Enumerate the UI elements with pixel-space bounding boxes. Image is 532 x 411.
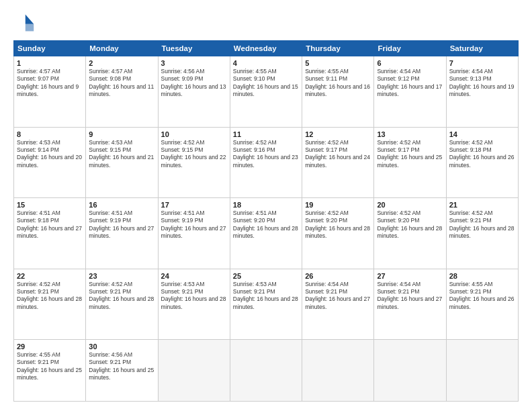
day-info: Sunrise: 4:55 AMSunset: 9:10 PMDaylight:… <box>233 68 299 99</box>
calendar-cell: 13Sunrise: 4:52 AMSunset: 9:17 PMDayligh… <box>374 127 446 198</box>
calendar-cell: 5Sunrise: 4:55 AMSunset: 9:11 PMDaylight… <box>302 56 374 128</box>
calendar-cell: 20Sunrise: 4:52 AMSunset: 9:20 PMDayligh… <box>374 198 446 269</box>
day-number: 16 <box>89 201 154 209</box>
day-number: 4 <box>233 59 299 67</box>
weekday-header-row: SundayMondayTuesdayWednesdayThursdayFrid… <box>14 41 519 56</box>
calendar-cell: 18Sunrise: 4:51 AMSunset: 9:20 PMDayligh… <box>230 198 302 269</box>
day-number: 19 <box>305 201 371 209</box>
calendar-cell: 9Sunrise: 4:53 AMSunset: 9:15 PMDaylight… <box>86 127 158 198</box>
calendar-cell: 2Sunrise: 4:57 AMSunset: 9:08 PMDaylight… <box>86 56 158 128</box>
weekday-thursday: Thursday <box>302 41 374 56</box>
calendar-cell: 29Sunrise: 4:55 AMSunset: 9:21 PMDayligh… <box>14 340 86 402</box>
day-number: 5 <box>305 59 371 67</box>
calendar-cell <box>302 340 374 402</box>
day-info: Sunrise: 4:55 AMSunset: 9:11 PMDaylight:… <box>305 68 371 99</box>
logo-icon <box>13 12 35 34</box>
header <box>13 12 519 34</box>
weekday-tuesday: Tuesday <box>158 41 230 56</box>
day-info: Sunrise: 4:52 AMSunset: 9:21 PMDaylight:… <box>89 281 154 312</box>
day-number: 2 <box>89 59 154 67</box>
day-number: 10 <box>161 130 227 138</box>
day-info: Sunrise: 4:53 AMSunset: 9:21 PMDaylight:… <box>233 281 299 312</box>
calendar-cell: 16Sunrise: 4:51 AMSunset: 9:19 PMDayligh… <box>86 198 158 269</box>
day-number: 17 <box>161 201 227 209</box>
week-row-1: 1Sunrise: 4:57 AMSunset: 9:07 PMDaylight… <box>14 56 519 128</box>
calendar-cell: 22Sunrise: 4:52 AMSunset: 9:21 PMDayligh… <box>14 269 86 340</box>
calendar-cell: 10Sunrise: 4:52 AMSunset: 9:15 PMDayligh… <box>158 127 230 198</box>
weekday-wednesday: Wednesday <box>230 41 302 56</box>
logo <box>13 12 38 34</box>
day-info: Sunrise: 4:55 AMSunset: 9:21 PMDaylight:… <box>17 351 83 382</box>
day-number: 22 <box>17 272 83 280</box>
day-info: Sunrise: 4:54 AMSunset: 9:21 PMDaylight:… <box>305 281 371 312</box>
day-info: Sunrise: 4:51 AMSunset: 9:20 PMDaylight:… <box>233 210 299 240</box>
week-row-2: 8Sunrise: 4:53 AMSunset: 9:14 PMDaylight… <box>14 127 519 198</box>
day-number: 15 <box>17 201 83 209</box>
day-info: Sunrise: 4:52 AMSunset: 9:18 PMDaylight:… <box>449 139 515 170</box>
day-info: Sunrise: 4:52 AMSunset: 9:17 PMDaylight:… <box>305 139 371 170</box>
day-info: Sunrise: 4:53 AMSunset: 9:21 PMDaylight:… <box>161 281 227 312</box>
calendar-cell: 23Sunrise: 4:52 AMSunset: 9:21 PMDayligh… <box>86 269 158 340</box>
calendar-cell: 3Sunrise: 4:56 AMSunset: 9:09 PMDaylight… <box>158 56 230 128</box>
day-info: Sunrise: 4:52 AMSunset: 9:21 PMDaylight:… <box>449 210 515 240</box>
day-number: 23 <box>89 272 154 280</box>
day-info: Sunrise: 4:54 AMSunset: 9:13 PMDaylight:… <box>449 68 515 99</box>
page: SundayMondayTuesdayWednesdayThursdayFrid… <box>0 0 532 411</box>
day-info: Sunrise: 4:53 AMSunset: 9:14 PMDaylight:… <box>17 139 83 170</box>
day-info: Sunrise: 4:51 AMSunset: 9:19 PMDaylight:… <box>89 210 154 240</box>
day-number: 7 <box>449 59 515 67</box>
calendar-cell: 27Sunrise: 4:54 AMSunset: 9:21 PMDayligh… <box>374 269 446 340</box>
calendar-cell: 24Sunrise: 4:53 AMSunset: 9:21 PMDayligh… <box>158 269 230 340</box>
day-number: 8 <box>17 130 83 138</box>
day-number: 24 <box>161 272 227 280</box>
week-row-3: 15Sunrise: 4:51 AMSunset: 9:18 PMDayligh… <box>14 198 519 269</box>
day-info: Sunrise: 4:52 AMSunset: 9:15 PMDaylight:… <box>161 139 227 170</box>
week-row-4: 22Sunrise: 4:52 AMSunset: 9:21 PMDayligh… <box>14 269 519 340</box>
calendar-cell: 6Sunrise: 4:54 AMSunset: 9:12 PMDaylight… <box>374 56 446 128</box>
day-number: 18 <box>233 201 299 209</box>
day-info: Sunrise: 4:55 AMSunset: 9:21 PMDaylight:… <box>449 281 515 312</box>
calendar-cell: 21Sunrise: 4:52 AMSunset: 9:21 PMDayligh… <box>446 198 518 269</box>
calendar-cell <box>230 340 302 402</box>
calendar-cell: 11Sunrise: 4:52 AMSunset: 9:16 PMDayligh… <box>230 127 302 198</box>
day-info: Sunrise: 4:52 AMSunset: 9:21 PMDaylight:… <box>17 281 83 312</box>
day-info: Sunrise: 4:54 AMSunset: 9:21 PMDaylight:… <box>377 281 443 312</box>
day-number: 25 <box>233 272 299 280</box>
day-info: Sunrise: 4:56 AMSunset: 9:21 PMDaylight:… <box>89 351 154 382</box>
day-number: 26 <box>305 272 371 280</box>
calendar-cell <box>374 340 446 402</box>
day-info: Sunrise: 4:54 AMSunset: 9:12 PMDaylight:… <box>377 68 443 99</box>
calendar-cell: 4Sunrise: 4:55 AMSunset: 9:10 PMDaylight… <box>230 56 302 128</box>
weekday-monday: Monday <box>86 41 158 56</box>
day-number: 29 <box>17 342 83 351</box>
day-info: Sunrise: 4:57 AMSunset: 9:08 PMDaylight:… <box>89 68 154 99</box>
day-info: Sunrise: 4:56 AMSunset: 9:09 PMDaylight:… <box>161 68 227 99</box>
day-info: Sunrise: 4:51 AMSunset: 9:18 PMDaylight:… <box>17 210 83 240</box>
day-info: Sunrise: 4:52 AMSunset: 9:16 PMDaylight:… <box>233 139 299 170</box>
day-number: 27 <box>377 272 443 280</box>
calendar-cell: 12Sunrise: 4:52 AMSunset: 9:17 PMDayligh… <box>302 127 374 198</box>
weekday-sunday: Sunday <box>14 41 86 56</box>
day-number: 28 <box>449 272 515 280</box>
day-number: 21 <box>449 201 515 209</box>
calendar-cell: 7Sunrise: 4:54 AMSunset: 9:13 PMDaylight… <box>446 56 518 128</box>
weekday-saturday: Saturday <box>446 41 518 56</box>
day-number: 30 <box>89 342 154 351</box>
day-number: 1 <box>17 59 83 67</box>
day-number: 6 <box>377 59 443 67</box>
day-info: Sunrise: 4:52 AMSunset: 9:20 PMDaylight:… <box>377 210 443 240</box>
calendar-cell: 30Sunrise: 4:56 AMSunset: 9:21 PMDayligh… <box>86 340 158 402</box>
weekday-friday: Friday <box>374 41 446 56</box>
day-info: Sunrise: 4:52 AMSunset: 9:17 PMDaylight:… <box>377 139 443 170</box>
week-row-5: 29Sunrise: 4:55 AMSunset: 9:21 PMDayligh… <box>14 340 519 402</box>
svg-marker-1 <box>26 24 34 32</box>
svg-marker-0 <box>26 15 34 24</box>
calendar-cell: 14Sunrise: 4:52 AMSunset: 9:18 PMDayligh… <box>446 127 518 198</box>
calendar-cell: 28Sunrise: 4:55 AMSunset: 9:21 PMDayligh… <box>446 269 518 340</box>
day-number: 3 <box>161 59 227 67</box>
day-number: 14 <box>449 130 515 138</box>
day-info: Sunrise: 4:52 AMSunset: 9:20 PMDaylight:… <box>305 210 371 240</box>
day-number: 11 <box>233 130 299 138</box>
day-info: Sunrise: 4:53 AMSunset: 9:15 PMDaylight:… <box>89 139 154 170</box>
calendar-cell <box>446 340 518 402</box>
